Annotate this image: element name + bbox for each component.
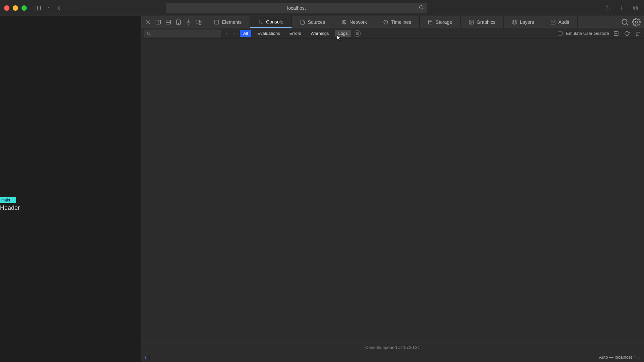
close-devtools-icon[interactable] [144,18,153,26]
tab-console[interactable]: Console [250,16,291,28]
devtools-right-toolgroup [617,16,644,28]
tab-audit[interactable]: Audit [542,16,578,28]
filterbar-right: Emulate User Gesture [558,30,641,37]
svg-marker-30 [512,20,517,22]
svg-line-35 [150,34,151,35]
back-button[interactable] [54,3,64,13]
svg-rect-11 [166,20,171,24]
close-window-button[interactable] [4,5,9,11]
settings-icon[interactable] [632,18,641,26]
svg-point-34 [147,32,150,35]
console-status-text: Console opened at 15:30:31 [141,343,644,352]
page-badge: main [0,197,16,203]
svg-rect-6 [634,7,637,10]
preserve-log-icon[interactable] [612,30,620,37]
address-text: localhost [287,5,306,11]
select-element-icon[interactable] [184,18,193,26]
svg-line-32 [627,24,628,25]
content-area: main Header Elements Console Sources Net… [0,16,644,362]
tab-network[interactable]: Network [333,16,375,28]
console-search-input[interactable] [144,29,221,38]
devtools-left-toolgroup [141,16,206,28]
tab-elements[interactable]: Elements [206,16,250,28]
dock-side-icon[interactable] [154,18,163,26]
sidebar-toggle-button[interactable] [34,3,43,13]
titlebar-right-tools [602,3,640,13]
forward-button[interactable] [67,3,76,13]
filter-settings-icon[interactable] [354,30,361,37]
devtools-panel: Elements Console Sources Network Timelin… [141,16,644,362]
console-prompt[interactable]: › Auto — localhost ⌃⌄ [141,352,644,362]
tabs-overview-icon[interactable] [631,3,640,13]
find-nav: ‹ › [224,31,237,36]
tab-storage[interactable]: Storage [420,16,461,28]
svg-rect-5 [633,6,636,9]
tab-timelines[interactable]: Timelines [375,16,419,28]
svg-point-15 [188,21,190,23]
svg-point-27 [429,20,432,21]
window-controls [4,5,27,11]
console-output: Console opened at 15:30:31 [141,39,644,352]
find-next-icon[interactable]: › [231,31,237,36]
filter-warnings[interactable]: Warnings [307,30,332,37]
filter-all[interactable]: All [240,30,251,37]
tab-layers[interactable]: Layers [504,16,542,28]
maximize-window-button[interactable] [21,5,27,11]
tab-graphics[interactable]: Graphics [461,16,504,28]
clear-console-icon[interactable] [634,30,641,37]
svg-point-14 [178,23,179,24]
emulate-gesture-checkbox[interactable] [558,31,562,36]
browser-titlebar: localhost [0,0,644,16]
tab-sources[interactable]: Sources [292,16,333,28]
sidebar-dropdown-icon[interactable] [46,5,51,11]
minimize-window-button[interactable] [13,5,18,11]
context-dropdown-icon: ⌃⌄ [633,355,641,360]
svg-point-33 [635,21,638,23]
filter-logs[interactable]: Logs [335,30,351,37]
svg-point-31 [622,19,627,24]
svg-rect-9 [156,20,161,24]
filter-errors[interactable]: Errors [286,30,305,37]
address-bar[interactable]: localhost [166,3,427,13]
dock-bottom-icon[interactable] [164,18,173,26]
page-viewport: main Header [0,16,141,362]
search-icon[interactable] [621,18,629,26]
page-header-text: Header [0,204,20,212]
new-tab-icon[interactable] [616,3,626,13]
svg-point-29 [470,21,471,22]
devtools-tabbar: Elements Console Sources Network Timelin… [141,16,644,28]
emulate-gesture-label: Emulate User Gesture [566,31,609,36]
reload-icon[interactable] [419,5,424,11]
reload-console-icon[interactable] [623,30,631,37]
prompt-chevron-icon: › [145,354,146,360]
console-filterbar: ‹ › All Evaluations Errors Warnings Logs… [141,28,644,39]
find-prev-icon[interactable]: ‹ [224,31,230,36]
share-icon[interactable] [602,3,612,13]
filter-evaluations[interactable]: Evaluations [254,30,283,37]
svg-rect-0 [36,6,41,10]
device-icon[interactable] [174,18,183,26]
execution-context[interactable]: Auto — localhost ⌃⌄ [599,355,641,360]
responsive-icon[interactable] [194,18,203,26]
prompt-caret [149,355,149,360]
svg-rect-22 [215,20,219,24]
